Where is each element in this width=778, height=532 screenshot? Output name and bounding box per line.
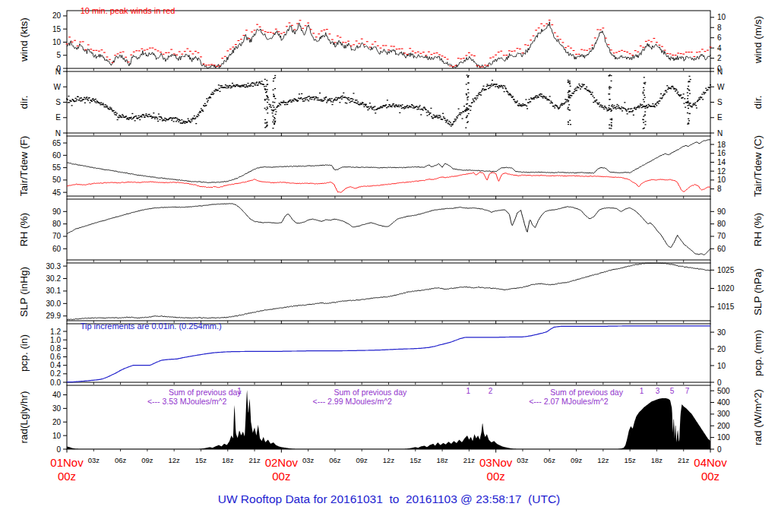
svg-text:wind (kts): wind (kts) xyxy=(18,17,30,62)
svg-text:E: E xyxy=(717,113,723,122)
svg-text:30: 30 xyxy=(52,404,62,413)
svg-text:60: 60 xyxy=(717,245,726,253)
svg-text:8: 8 xyxy=(717,185,722,193)
svg-text:2: 2 xyxy=(489,387,493,395)
svg-text:21z: 21z xyxy=(463,456,476,464)
svg-text:12z: 12z xyxy=(383,456,395,464)
svg-text:SLP (hPa): SLP (hPa) xyxy=(752,268,764,315)
svg-text:S: S xyxy=(55,98,61,106)
svg-text:16: 16 xyxy=(717,149,726,157)
svg-text:400: 400 xyxy=(717,398,730,407)
figure-title: UW Rooftop Data for 20161031 to 20161103… xyxy=(0,492,778,506)
svg-text:<--- 3.53 MJoules/m^2: <--- 3.53 MJoules/m^2 xyxy=(147,397,227,406)
svg-text:20: 20 xyxy=(717,345,726,353)
svg-text:15z: 15z xyxy=(195,456,207,464)
svg-text:30: 30 xyxy=(717,328,726,337)
svg-text:60: 60 xyxy=(52,245,62,253)
svg-text:Sum of previous day: Sum of previous day xyxy=(550,388,623,397)
svg-text:02Nov: 02Nov xyxy=(265,456,299,469)
svg-text:00z: 00z xyxy=(58,470,76,483)
svg-text:N: N xyxy=(55,68,61,76)
svg-text:Tair/Tdew (F): Tair/Tdew (F) xyxy=(18,136,30,197)
svg-text:6: 6 xyxy=(717,33,722,42)
svg-text:E: E xyxy=(55,113,61,122)
svg-text:65: 65 xyxy=(52,139,62,147)
svg-text:5: 5 xyxy=(670,387,675,395)
meteogram-figure: 051015200246810wind (kts)wind (m/s)10 mi… xyxy=(0,0,778,532)
svg-text:2: 2 xyxy=(717,54,722,62)
svg-text:0.4: 0.4 xyxy=(50,361,61,369)
svg-text:03z: 03z xyxy=(88,456,100,464)
svg-text:00z: 00z xyxy=(701,470,719,483)
svg-text:7: 7 xyxy=(685,387,690,395)
svg-text:1: 1 xyxy=(640,387,644,395)
svg-text:100: 100 xyxy=(717,433,730,442)
svg-text:00z: 00z xyxy=(272,470,290,483)
svg-text:10: 10 xyxy=(717,176,726,184)
svg-text:15z: 15z xyxy=(410,456,422,464)
svg-text:dir.: dir. xyxy=(18,95,30,109)
svg-text:1.2: 1.2 xyxy=(50,328,61,336)
svg-text:20: 20 xyxy=(52,11,62,20)
svg-text:dir.: dir. xyxy=(752,95,764,109)
svg-text:06z: 06z xyxy=(544,456,556,464)
svg-text:00z: 00z xyxy=(487,470,505,483)
svg-text:18z: 18z xyxy=(651,456,663,464)
svg-text:70: 70 xyxy=(717,232,726,240)
svg-text:18z: 18z xyxy=(436,456,448,464)
svg-text:06z: 06z xyxy=(115,456,127,464)
svg-text:30.1: 30.1 xyxy=(46,287,62,295)
svg-text:Tair/Tdew (C): Tair/Tdew (C) xyxy=(752,135,764,197)
svg-text:55: 55 xyxy=(52,163,62,172)
svg-text:15: 15 xyxy=(52,25,62,33)
svg-text:1: 1 xyxy=(237,387,242,395)
svg-text:5: 5 xyxy=(56,51,61,59)
svg-text:1015: 1015 xyxy=(717,302,735,311)
svg-text:1: 1 xyxy=(466,387,470,395)
svg-text:500: 500 xyxy=(717,387,730,395)
svg-text:20: 20 xyxy=(52,418,62,426)
svg-text:rad(Lgly/hr): rad(Lgly/hr) xyxy=(18,391,30,443)
svg-text:1025: 1025 xyxy=(717,266,735,274)
svg-text:pcp. (mm): pcp. (mm) xyxy=(752,330,764,376)
svg-text:12z: 12z xyxy=(597,456,609,464)
svg-text:N: N xyxy=(55,129,61,138)
svg-text:1.0: 1.0 xyxy=(50,336,61,344)
svg-text:09z: 09z xyxy=(141,456,153,464)
svg-text:90: 90 xyxy=(717,207,726,216)
svg-text:12z: 12z xyxy=(169,456,181,464)
svg-text:RH (%): RH (%) xyxy=(752,213,764,246)
svg-text:3: 3 xyxy=(656,387,660,395)
svg-text:10: 10 xyxy=(717,362,726,370)
svg-text:80: 80 xyxy=(52,220,62,228)
svg-text:90: 90 xyxy=(52,207,62,216)
svg-text:18: 18 xyxy=(717,141,726,149)
svg-text:21z: 21z xyxy=(678,456,690,464)
svg-text:1020: 1020 xyxy=(717,284,735,293)
svg-text:60: 60 xyxy=(52,151,62,160)
svg-text:30.3: 30.3 xyxy=(46,262,62,271)
svg-text:300: 300 xyxy=(717,410,730,418)
svg-text:W: W xyxy=(717,83,725,91)
svg-text:04Nov: 04Nov xyxy=(694,456,727,469)
svg-text:SLP (inHg): SLP (inHg) xyxy=(18,267,30,317)
svg-text:8: 8 xyxy=(717,24,722,32)
svg-text:0: 0 xyxy=(56,445,61,454)
svg-text:10: 10 xyxy=(52,38,62,46)
svg-text:200: 200 xyxy=(717,422,730,430)
svg-text:10 min. peak winds in red: 10 min. peak winds in red xyxy=(81,6,176,15)
svg-text:14: 14 xyxy=(717,158,726,166)
svg-text:pcp. (in): pcp. (in) xyxy=(18,334,30,372)
svg-text:wind (m/s): wind (m/s) xyxy=(752,16,764,64)
svg-text:Sum of previous day: Sum of previous day xyxy=(169,388,242,397)
svg-text:10: 10 xyxy=(52,432,62,440)
svg-text:80: 80 xyxy=(717,220,726,228)
svg-text:<--- 2.99 MJoules/m^2: <--- 2.99 MJoules/m^2 xyxy=(313,397,393,406)
svg-text:0: 0 xyxy=(717,378,722,387)
svg-text:<--- 2.07 MJoules/m^2: <--- 2.07 MJoules/m^2 xyxy=(529,397,609,406)
svg-text:03z: 03z xyxy=(302,456,315,464)
meteogram-chart: 051015200246810wind (kts)wind (m/s)10 mi… xyxy=(0,0,778,491)
svg-text:45: 45 xyxy=(52,188,62,197)
svg-text:0.8: 0.8 xyxy=(50,344,61,353)
svg-text:29.9: 29.9 xyxy=(46,312,62,320)
